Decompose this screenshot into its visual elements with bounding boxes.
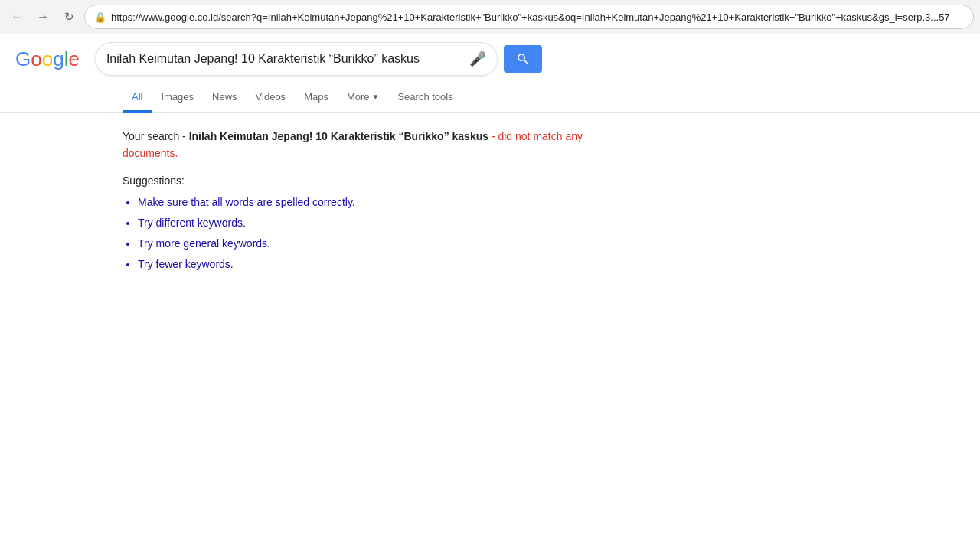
main-content: Your search - Inilah Keimutan Jepang! 10… <box>0 113 612 292</box>
browser-toolbar: ← → ↻ 🔒 <box>0 0 980 34</box>
suggestion-item-4: Try fewer keywords. <box>138 256 597 272</box>
search-button[interactable] <box>504 45 542 73</box>
no-results-message: Your search - Inilah Keimutan Jepang! 10… <box>122 128 597 162</box>
chevron-down-icon: ▼ <box>372 93 380 101</box>
search-input-wrapper: 🎤 <box>95 42 498 76</box>
search-input[interactable] <box>106 52 463 66</box>
tab-more[interactable]: More ▼ <box>338 83 389 113</box>
address-bar-wrapper: 🔒 <box>84 5 974 29</box>
nav-tabs: All Images News Videos Maps More ▼ Searc… <box>0 79 980 113</box>
lock-icon: 🔒 <box>94 11 106 23</box>
intro-text: Your search - <box>122 130 189 142</box>
suggestions-title: Suggestions: <box>122 175 597 187</box>
reload-button[interactable]: ↻ <box>58 6 80 28</box>
tab-search-tools[interactable]: Search tools <box>388 83 462 113</box>
mic-icon[interactable]: 🎤 <box>469 51 486 67</box>
suggestions-list: Make sure that all words are spelled cor… <box>122 194 597 272</box>
tab-videos[interactable]: Videos <box>247 83 296 113</box>
suggestion-item-1: Make sure that all words are spelled cor… <box>138 194 597 210</box>
search-icon <box>516 52 530 66</box>
suggestion-item-2: Try different keywords. <box>138 215 597 231</box>
suggestion-item-3: Try more general keywords. <box>138 236 597 252</box>
tab-maps[interactable]: Maps <box>295 83 338 113</box>
forward-button[interactable]: → <box>32 6 54 28</box>
google-header: Google 🎤 <box>0 34 980 76</box>
query-text: Inilah Keimutan Jepang! 10 Karakteristik… <box>189 130 488 142</box>
back-button[interactable]: ← <box>6 6 28 28</box>
tab-news[interactable]: News <box>203 83 247 113</box>
google-logo[interactable]: Google <box>15 47 80 71</box>
search-bar-container: 🎤 <box>95 42 542 76</box>
tab-images[interactable]: Images <box>152 83 203 113</box>
tab-all[interactable]: All <box>122 83 152 113</box>
address-bar[interactable] <box>111 11 964 23</box>
browser-chrome: ← → ↻ 🔒 <box>0 0 980 34</box>
